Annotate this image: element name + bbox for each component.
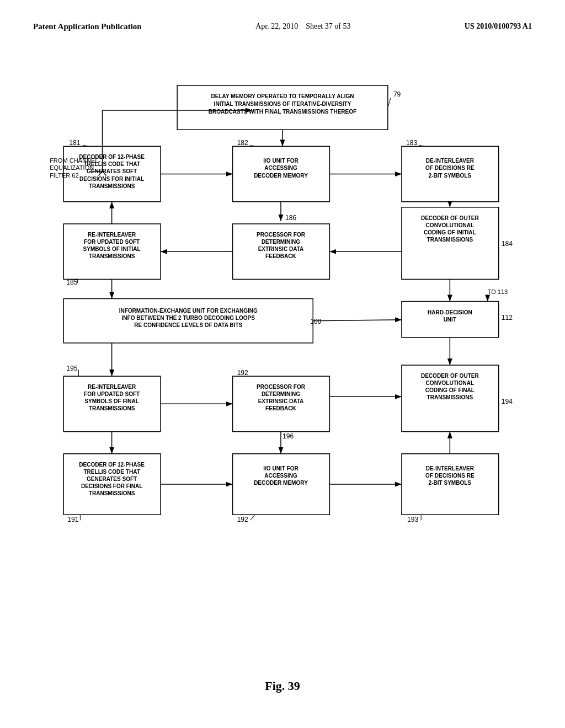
text-182-1: I/O UNIT FOR <box>263 158 299 164</box>
label-196: 196 <box>282 432 294 440</box>
label-195: 195 <box>66 365 77 372</box>
text-100-2: INFO BETWEEN THE 2 TURBO DECODING LOOPS <box>122 315 255 321</box>
label-filter62: FILTER 62 <box>50 172 79 179</box>
text-181-1: DECODER OF 12-PHASE <box>79 154 145 160</box>
label-184: 184 <box>502 240 513 248</box>
text-195-1: RE-INTERLEAVER <box>88 384 136 390</box>
label-194: 194 <box>502 398 513 405</box>
label-182: 182 <box>237 139 248 147</box>
text-196-3: EXTRINSIC DATA <box>258 398 304 404</box>
patent-page: Patent Application Publication Apr. 22, … <box>0 0 565 728</box>
text-185-1: RE-INTERLEAVER <box>88 232 136 238</box>
text-191-3: GENERATES SOFT <box>87 476 137 482</box>
box-delay-memory <box>177 85 388 130</box>
label-100: 100 <box>310 318 321 325</box>
text-193-2: OF DECISIONS RE <box>425 473 475 479</box>
text-182-2: ACCESSING <box>264 165 297 171</box>
text-191-4: DECISIONS FOR FINAL <box>81 483 142 489</box>
header-sheet: Sheet 37 of 53 <box>306 22 350 30</box>
header-title: Patent Application Publication <box>33 22 142 31</box>
text-183-1: DE-INTERLEAVER <box>426 158 475 164</box>
text-193-1: DE-INTERLEAVER <box>426 465 475 472</box>
label-112: 112 <box>502 314 513 322</box>
text-185-4: TRANSMISSIONS <box>89 253 135 259</box>
text-184-1: DECODER OF OUTER <box>421 215 479 221</box>
text-184-3: CODING OF INITIAL <box>424 229 476 235</box>
text-195-4: TRANSMISSIONS <box>89 405 135 411</box>
text-192-2: ACCESSING <box>264 473 297 479</box>
svg-line-23 <box>313 320 402 321</box>
text-196-4: FEEDBACK <box>265 405 296 411</box>
text-181-4: DECISIONS FOR INITIAL <box>79 176 144 182</box>
text-196-2: DETERMINING <box>262 391 300 397</box>
text-191-5: TRANSMISSIONS <box>89 490 135 496</box>
text-182-3: DECODER MEMORY <box>254 173 308 179</box>
text-100-1: INFORMATION-EXCHANGE UNIT FOR EXCHANGING <box>119 308 258 314</box>
label-79: 79 <box>393 90 401 98</box>
text-183-3: 2-BIT SYMBOLS <box>429 173 472 179</box>
page-header: Patent Application Publication Apr. 22, … <box>33 22 532 31</box>
label-186: 186 <box>285 214 296 222</box>
text-184-2: CONVOLUTIONAL <box>426 222 475 228</box>
text-194-3: CODING OF FINAL <box>425 387 475 393</box>
text-192-1: I/O UNIT FOR <box>263 465 299 472</box>
text-195-3: SYMBOLS OF FINAL <box>84 398 139 404</box>
text-186-1: PROCESSOR FOR <box>257 232 306 238</box>
label-193: 193 <box>407 516 418 523</box>
label-191: 191 <box>67 516 78 523</box>
patent-diagram: FROM CHANNEL- EQUALIZATION FILTER 62 DEL… <box>33 48 532 671</box>
header-patent-num: US 2010/0100793 A1 <box>465 22 532 31</box>
text-delay-memory-2: INITIAL TRANSMISSIONS OF ITERATIVE-DIVER… <box>214 101 351 107</box>
svg-line-32 <box>250 515 255 520</box>
text-185-3: SYMBOLS OF INITIAL <box>83 246 141 252</box>
text-196-1: PROCESSOR FOR <box>257 384 306 390</box>
figure-caption: Fig. 39 <box>33 679 532 693</box>
text-112-1: HARD-DECISION <box>428 309 472 315</box>
text-112-2: UNIT <box>444 317 457 323</box>
text-delay-memory-1: DELAY MEMORY OPERATED TO TEMPORALLY ALIG… <box>211 93 354 99</box>
text-181-5: TRANSMISSIONS <box>89 183 135 189</box>
text-192-3: DECODER MEMORY <box>254 480 308 486</box>
text-181-2: TRELLIS CODE THAT <box>83 161 140 167</box>
text-186-2: DETERMINING <box>262 239 300 245</box>
text-185-2: FOR UPDATED SOFT <box>84 239 140 245</box>
text-delay-memory-3: BROADCASTS WITH FINAL TRANSMISSIONS THER… <box>209 109 356 115</box>
text-191-1: DECODER OF 12-PHASE <box>79 462 145 468</box>
text-184-4: TRANSMISSIONS <box>427 237 473 243</box>
text-194-2: CONVOLUTIONAL <box>426 380 475 386</box>
text-191-2: TRELLIS CODE THAT <box>83 469 140 475</box>
header-info: Apr. 22, 2010 Sheet 37 of 53 <box>255 22 350 31</box>
label-185: 185 <box>66 279 77 286</box>
text-194-4: TRANSMISSIONS <box>427 394 473 400</box>
text-186-4: FEEDBACK <box>265 253 296 259</box>
header-date: Apr. 22, 2010 <box>255 22 298 30</box>
diagram-area: FROM CHANNEL- EQUALIZATION FILTER 62 DEL… <box>33 48 532 673</box>
text-100-3: RE CONFIDENCE LEVELS OF DATA BITS <box>134 322 242 328</box>
text-183-2: OF DECISIONS RE <box>425 165 475 171</box>
label-192: 192 <box>237 369 248 377</box>
text-194-1: DECODER OF OUTER <box>421 373 479 379</box>
label-192b: 192 <box>237 516 248 523</box>
text-193-3: 2-BIT SYMBOLS <box>429 480 472 486</box>
label-183: 183 <box>406 139 417 147</box>
text-181-3: GENERATES SOFT <box>87 169 137 175</box>
label-to113: TO 113 <box>488 288 508 295</box>
text-195-2: FOR UPDATED SOFT <box>84 391 140 397</box>
text-186-3: EXTRINSIC DATA <box>258 246 304 252</box>
label-181: 181 <box>69 139 80 147</box>
